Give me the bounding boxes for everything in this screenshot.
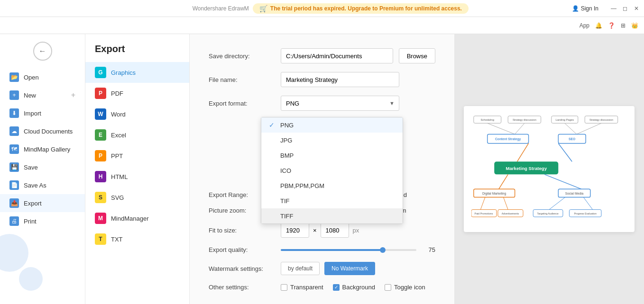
import-icon: ⬇	[9, 108, 19, 118]
sidebar-item-open[interactable]: 📂 Open	[0, 68, 85, 86]
check-placeholder5: ✓	[269, 197, 276, 205]
import-label: Import	[24, 110, 41, 117]
file-name-input[interactable]	[281, 72, 399, 87]
sidebar-item-cloud[interactable]: ☁ Cloud Documents	[0, 122, 85, 140]
format-dropdown[interactable]: ✓ PNG ✓ JPG ✓ BMP ✓ ICO ✓ PBM,PPM,PGM	[261, 117, 403, 224]
sidebar-item-gallery[interactable]: 🗺 MindMap Gallery	[0, 140, 85, 158]
save-icon: 💾	[9, 162, 19, 172]
check-icon: ✓	[269, 121, 276, 129]
dropdown-option-pbm[interactable]: ✓ PBM,PPM,PGM	[261, 178, 403, 193]
background-label: Background	[342, 284, 375, 291]
other-settings-label: Other settings:	[209, 284, 275, 291]
word-label: Word	[111, 111, 126, 118]
pdf-icon: P	[95, 88, 106, 99]
sidebar-decoration	[0, 230, 85, 300]
sidebar-item-new[interactable]: + New +	[0, 86, 85, 104]
app-toolbar-item[interactable]: App	[580, 22, 589, 29]
export-item-txt[interactable]: T TXT	[85, 229, 189, 250]
sidebar-item-save-as[interactable]: 📄 Save As	[0, 176, 85, 194]
bell-icon-button[interactable]: 🔔	[595, 22, 602, 29]
toggle-icon-checkbox[interactable]	[385, 284, 391, 291]
left-sidebar: ← 📂 Open + New + ⬇ Import ☁ Cloud Docume…	[0, 34, 85, 304]
save-as-icon: 📄	[9, 180, 19, 190]
dropdown-option-ico[interactable]: ✓ ICO	[261, 163, 403, 178]
open-icon: 📂	[9, 72, 19, 82]
svg-label: SVG	[111, 194, 124, 201]
svg-icon: S	[95, 192, 106, 203]
svg-line-29	[583, 197, 592, 209]
trial-banner[interactable]: 🛒 The trial period has expired. Upgrade …	[253, 3, 469, 14]
svg-text:Strategy discussion: Strategy discussion	[589, 118, 613, 121]
top-bar-center: Wondershare EdrawM 🛒 The trial period ha…	[193, 3, 469, 14]
apps-icon-button[interactable]: ⊞	[621, 22, 626, 29]
ppt-label: PPT	[111, 152, 123, 160]
excel-icon: E	[95, 129, 106, 141]
graphics-icon: G	[95, 67, 106, 78]
svg-text:Progress Evaluation: Progress Evaluation	[574, 212, 597, 215]
save-as-label: Save As	[24, 182, 46, 189]
export-item-pdf[interactable]: P PDF	[85, 83, 189, 104]
transparent-checkbox-item[interactable]: Transparent	[281, 284, 323, 291]
restore-button[interactable]: ◻	[621, 5, 629, 12]
option-pbm-label: PBM,PPM,PGM	[280, 182, 324, 189]
check-placeholder2: ✓	[269, 152, 276, 159]
export-item-ppt[interactable]: P PPT	[85, 145, 189, 166]
browse-button[interactable]: Browse	[399, 48, 435, 63]
quality-slider-track[interactable]	[281, 249, 416, 251]
txt-label: TXT	[111, 236, 123, 243]
file-name-label: File name:	[209, 76, 275, 83]
export-quality-row: Export quality: 75	[209, 246, 435, 253]
background-checkbox-item[interactable]: ✓ Background	[333, 284, 375, 291]
svg-text:Social Media: Social Media	[565, 191, 584, 195]
transparent-label: Transparent	[290, 284, 323, 291]
save-directory-row: Save directory: Browse	[209, 48, 435, 63]
sidebar-item-print[interactable]: 🖨 Print	[0, 212, 85, 230]
export-item-mindmanager[interactable]: M MindManager	[85, 208, 189, 229]
sidebar-item-save[interactable]: 💾 Save	[0, 158, 85, 176]
export-item-html[interactable]: H HTML	[85, 166, 189, 187]
export-item-graphics[interactable]: G Graphics	[85, 62, 189, 83]
back-button[interactable]: ←	[33, 42, 52, 61]
watermark-default-button[interactable]: by default	[281, 262, 320, 275]
svg-line-21	[544, 174, 581, 189]
dropdown-option-bmp[interactable]: ✓ BMP	[261, 148, 403, 163]
dropdown-option-tiff[interactable]: ✓ TIFF	[261, 208, 403, 224]
close-button[interactable]: ✕	[633, 5, 640, 12]
fit-width-input[interactable]	[281, 223, 309, 238]
fit-height-input[interactable]	[321, 223, 349, 238]
user-icon: 👤	[572, 5, 579, 12]
quality-slider-thumb[interactable]	[380, 247, 386, 253]
export-quality-label: Export quality:	[209, 246, 275, 253]
background-checkbox[interactable]: ✓	[333, 284, 340, 291]
svg-line-27	[504, 197, 508, 209]
crown-icon-button[interactable]: 👑	[631, 22, 638, 29]
html-icon: H	[95, 171, 106, 182]
save-directory-input[interactable]	[281, 48, 393, 63]
main-layout: ← 📂 Open + New + ⬇ Import ☁ Cloud Docume…	[0, 34, 644, 304]
minimize-button[interactable]: —	[610, 5, 617, 12]
sign-in-button[interactable]: 👤 Sign In	[572, 5, 598, 12]
transparent-checkbox[interactable]	[281, 284, 287, 291]
cart-icon: 🛒	[259, 5, 267, 12]
export-format-select[interactable]: PNG	[281, 96, 399, 111]
new-icon: +	[9, 90, 19, 100]
dropdown-option-tif[interactable]: ✓ TIF	[261, 193, 403, 208]
export-item-excel[interactable]: E Excel	[85, 125, 189, 145]
dropdown-option-png[interactable]: ✓ PNG	[261, 117, 403, 133]
dropdown-option-jpg[interactable]: ✓ JPG	[261, 133, 403, 148]
sidebar-item-import[interactable]: ⬇ Import	[0, 104, 85, 122]
sidebar-item-export[interactable]: 📤 Export	[0, 194, 85, 212]
help-icon-button[interactable]: ❓	[608, 22, 615, 29]
preview-card: Scheduling Strategy discussion Landing P…	[464, 106, 635, 232]
watermark-none-button[interactable]: No Watermark	[324, 262, 375, 275]
export-item-word[interactable]: W Word	[85, 104, 189, 125]
check-placeholder: ✓	[269, 136, 276, 144]
main-content: Save directory: Browse File name: Export…	[190, 34, 644, 304]
toggle-icon-checkbox-item[interactable]: Toggle icon	[385, 284, 425, 291]
export-panel: Export G Graphics P PDF W Word E Excel P…	[85, 34, 190, 304]
svg-text:Content Strategy: Content Strategy	[495, 137, 521, 141]
app-name-label: Wondershare EdrawM	[193, 5, 249, 12]
svg-line-9	[515, 123, 524, 134]
export-item-svg[interactable]: S SVG	[85, 187, 189, 208]
save-directory-label: Save directory:	[209, 53, 275, 60]
